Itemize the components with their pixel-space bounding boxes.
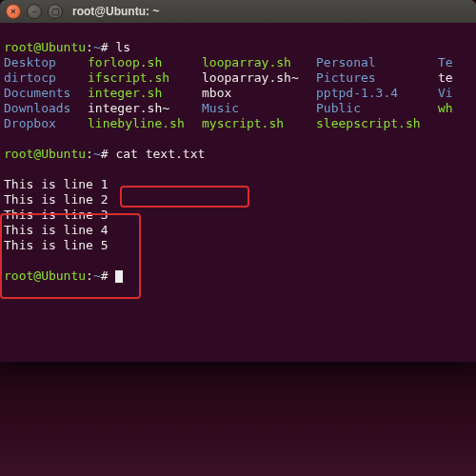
output-line: This is line 3 bbox=[4, 208, 472, 223]
ls-entry: wh bbox=[438, 101, 466, 116]
output-line: This is line 1 bbox=[4, 177, 472, 192]
ls-entry: te bbox=[438, 70, 466, 86]
command-ls: ls bbox=[115, 40, 130, 54]
ls-entry: integer.sh bbox=[88, 86, 202, 101]
ls-row: Downloadsinteger.sh~MusicPublicwh bbox=[4, 101, 472, 116]
ls-entry: myscript.sh bbox=[202, 116, 316, 131]
prompt-line: root@Ubuntu:~# cat text.txt bbox=[4, 147, 205, 161]
terminal-body[interactable]: root@Ubuntu:~# ls Desktopforloop.shloopa… bbox=[0, 23, 476, 301]
ls-entry: pptpd-1.3.4 bbox=[316, 86, 438, 101]
close-icon[interactable]: × bbox=[6, 4, 21, 19]
ls-entry: mbox bbox=[202, 86, 316, 101]
ls-entry: linebyline.sh bbox=[88, 116, 202, 131]
ls-entry: dirtocp bbox=[4, 70, 88, 86]
ls-entry: Downloads bbox=[4, 101, 88, 116]
ls-entry: Dropbox bbox=[4, 116, 88, 131]
output-line: This is line 4 bbox=[4, 223, 472, 238]
minimize-icon[interactable]: – bbox=[27, 4, 42, 19]
prompt-line: root@Ubuntu:~# ls bbox=[4, 40, 130, 54]
prompt-line: root@Ubuntu:~# bbox=[4, 268, 123, 283]
ls-row: Documentsinteger.shmboxpptpd-1.3.4Vi bbox=[4, 86, 472, 101]
ls-row: dirtocpifscript.shlooparray.sh~Picturest… bbox=[4, 70, 472, 86]
ls-entry: ifscript.sh bbox=[88, 70, 202, 86]
ls-entry: Public bbox=[316, 101, 438, 116]
window-controls: × – ▢ bbox=[6, 4, 63, 19]
ls-entry: Desktop bbox=[4, 55, 88, 70]
ls-entry: integer.sh~ bbox=[88, 101, 202, 116]
output-line: This is line 2 bbox=[4, 192, 472, 208]
cursor bbox=[115, 270, 123, 283]
ls-entry: forloop.sh bbox=[88, 55, 202, 70]
prompt-path: ~ bbox=[93, 40, 101, 54]
window-title: root@Ubuntu: ~ bbox=[72, 5, 159, 18]
output-line: This is line 5 bbox=[4, 238, 472, 253]
ls-row: Desktopforloop.shlooparray.shPersonalTe bbox=[4, 55, 472, 70]
maximize-icon[interactable]: ▢ bbox=[48, 4, 63, 19]
ls-entry: Vi bbox=[438, 86, 466, 101]
ls-output: Desktopforloop.shlooparray.shPersonalTed… bbox=[4, 55, 472, 131]
window-titlebar[interactable]: × – ▢ root@Ubuntu: ~ bbox=[0, 0, 476, 23]
terminal-window: × – ▢ root@Ubuntu: ~ root@Ubuntu:~# ls D… bbox=[0, 0, 476, 362]
ls-row: Dropboxlinebyline.shmyscript.shsleepscri… bbox=[4, 116, 472, 131]
ls-entry: Te bbox=[438, 55, 466, 70]
ls-entry: looparray.sh bbox=[202, 55, 316, 70]
ls-entry: Music bbox=[202, 101, 316, 116]
ls-entry bbox=[438, 116, 466, 131]
ls-entry: looparray.sh~ bbox=[202, 70, 316, 86]
ls-entry: sleepscript.sh bbox=[316, 116, 438, 131]
command-cat: cat text.txt bbox=[115, 147, 205, 161]
cat-output: This is line 1This is line 2This is line… bbox=[4, 177, 472, 253]
ls-entry: Documents bbox=[4, 86, 88, 101]
ls-entry: Personal bbox=[316, 55, 438, 70]
ls-entry: Pictures bbox=[316, 70, 438, 86]
prompt-userhost: root@Ubuntu bbox=[4, 40, 86, 54]
